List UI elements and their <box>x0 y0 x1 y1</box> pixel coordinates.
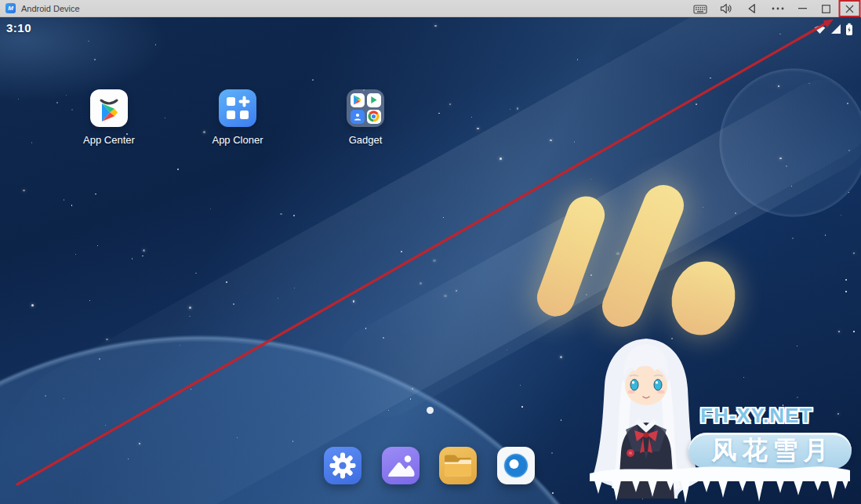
icicle-decoration <box>588 461 852 504</box>
gallery-dock-icon[interactable] <box>382 447 420 484</box>
window-title: Android Device <box>21 4 80 13</box>
android-home-screen: 3:10 App Center <box>0 17 861 504</box>
settings-dock-icon[interactable] <box>324 447 361 484</box>
app-center-app[interactable]: App Center <box>71 89 147 146</box>
window-titlebar[interactable]: M Android Device <box>0 0 861 17</box>
play-games-icon <box>367 93 381 107</box>
chrome-icon <box>367 110 381 124</box>
contacts-icon <box>351 110 365 124</box>
maximize-icon <box>822 5 830 13</box>
mumu-app-icon: M <box>5 3 16 13</box>
play-store-icon <box>351 93 365 107</box>
close-icon <box>845 5 854 13</box>
back-icon <box>747 3 757 14</box>
mumu-wallpaper-logo <box>664 255 743 343</box>
emulator-window: M Android Device <box>0 0 861 504</box>
app-label: App Center <box>83 134 135 146</box>
keyboard-button[interactable] <box>687 0 713 17</box>
volume-button[interactable] <box>713 0 739 17</box>
app-label: App Cloner <box>212 134 263 146</box>
maximize-button[interactable] <box>814 0 837 17</box>
app-label: Gadget <box>349 134 383 146</box>
titlebar-left: M Android Device <box>0 3 80 13</box>
keyboard-icon <box>693 3 707 15</box>
more-options-button[interactable] <box>765 0 790 17</box>
volume-icon <box>720 3 732 14</box>
mumu-wallpaper-logo <box>532 191 610 322</box>
app-cloner-icon <box>219 89 256 127</box>
files-dock-icon[interactable] <box>439 447 477 484</box>
status-clock: 3:10 <box>6 21 31 34</box>
titlebar-controls <box>687 0 861 16</box>
watermark-site-text: FH-XY.NET <box>700 404 835 428</box>
minimize-icon <box>798 8 807 9</box>
page-indicator-dot <box>427 407 434 414</box>
app-center-icon <box>90 89 128 127</box>
gadget-folder-icon <box>347 89 384 127</box>
browser-dock-icon[interactable] <box>497 447 535 484</box>
more-icon <box>772 7 784 10</box>
app-cloner-app[interactable]: App Cloner <box>200 89 275 146</box>
battery-charging-icon <box>845 23 853 39</box>
wifi-icon <box>813 24 826 38</box>
close-button[interactable] <box>837 0 861 17</box>
status-bar: 3:10 <box>0 17 861 38</box>
gadget-folder[interactable]: Gadget <box>328 89 403 146</box>
back-button[interactable] <box>739 0 765 17</box>
minimize-button[interactable] <box>790 0 814 17</box>
signal-icon <box>830 24 841 38</box>
